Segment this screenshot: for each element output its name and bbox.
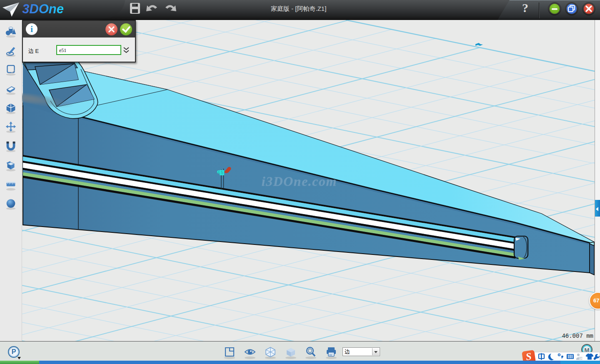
svg-text:14: 14 [579,357,582,360]
svg-text:46.007 mm: 46.007 mm [562,333,593,339]
svg-text:4 5: 4 5 [218,170,223,175]
svg-text:i3DOne.com: i3DOne.com [262,174,337,189]
